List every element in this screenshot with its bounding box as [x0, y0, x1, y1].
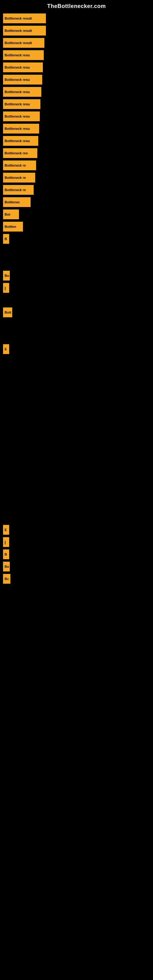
bar-32: Bo [3, 562, 10, 571]
bar-row: Bottleneck re [3, 184, 150, 196]
site-title: TheBottlenecker.com [0, 0, 153, 11]
bar-24: Bott [3, 307, 12, 317]
bar-22: | [3, 283, 9, 293]
bar-7: Bottleneck resu [3, 87, 41, 97]
bar-33: Bc [3, 574, 10, 584]
bar-row: | [3, 536, 150, 548]
spacer-2 [3, 294, 150, 307]
bar-30: | [3, 537, 9, 547]
bar-row: | [3, 282, 150, 294]
bar-16: Bottlenec [3, 197, 30, 207]
bar-row: Bottlen [3, 221, 150, 232]
bar-row: Bottleneck resu [3, 98, 150, 110]
bar-1: Bottleneck result [3, 13, 46, 23]
bar-11: Bottleneck resu [3, 136, 38, 146]
bar-17: Bot [3, 210, 19, 219]
bar-row: Bottleneck resu [3, 49, 150, 61]
bar-12: Bottleneck res [3, 148, 37, 158]
bar-row: Bo [3, 561, 150, 573]
bar-2: Bottleneck result [3, 26, 46, 35]
bar-row: B [3, 549, 150, 560]
bar-row: Bottleneck resu [3, 111, 150, 122]
bar-row: Bottleneck re [3, 159, 150, 171]
bar-row: Bottleneck resu [3, 135, 150, 147]
bar-row: Bottleneck result [3, 25, 150, 37]
spacer-3 [3, 319, 150, 343]
bar-15: Bottleneck re [3, 185, 33, 195]
bar-row: Bottleneck result [3, 37, 150, 49]
bar-13: Bottleneck re [3, 161, 36, 170]
bar-row: Bottleneck result [3, 13, 150, 24]
site-header: TheBottlenecker.com [0, 0, 153, 11]
spacer-4 [3, 356, 150, 447]
bar-18: Bottlen [3, 222, 23, 232]
bar-row: Bo [3, 270, 150, 282]
bar-row: Bottlenec [3, 196, 150, 208]
bar-row: Bottleneck resu [3, 62, 150, 73]
bar-9: Bottleneck resu [3, 111, 40, 121]
bar-8: Bottleneck resu [3, 99, 40, 109]
spacer-1 [3, 245, 150, 270]
bar-row: Bottleneck re [3, 172, 150, 183]
bar-29: E [3, 525, 9, 535]
spacer-5 [3, 447, 150, 524]
bar-26: E [3, 344, 9, 354]
bar-6: Bottleneck resu [3, 75, 42, 84]
bar-row: E [3, 343, 150, 355]
bar-row: Bottleneck resu [3, 74, 150, 86]
chart-container: Bottleneck result Bottleneck result Bott… [0, 11, 153, 587]
bar-31: B [3, 549, 9, 559]
bar-row: Bottleneck resu [3, 86, 150, 98]
bar-19: B [3, 234, 9, 244]
bar-21: Bo [3, 271, 10, 280]
bar-row: Bott [3, 307, 150, 318]
bar-row: Bc [3, 573, 150, 585]
bar-row: E [3, 524, 150, 536]
bar-4: Bottleneck resu [3, 50, 44, 60]
bar-14: Bottleneck re [3, 173, 35, 183]
bar-3: Bottleneck result [3, 38, 45, 48]
bar-row: Bottleneck res [3, 147, 150, 159]
bar-5: Bottleneck resu [3, 62, 43, 72]
bar-row: B [3, 233, 150, 245]
bar-row: Bot [3, 208, 150, 220]
bar-10: Bottleneck resu [3, 124, 39, 134]
bar-row: Bottleneck resu [3, 123, 150, 134]
